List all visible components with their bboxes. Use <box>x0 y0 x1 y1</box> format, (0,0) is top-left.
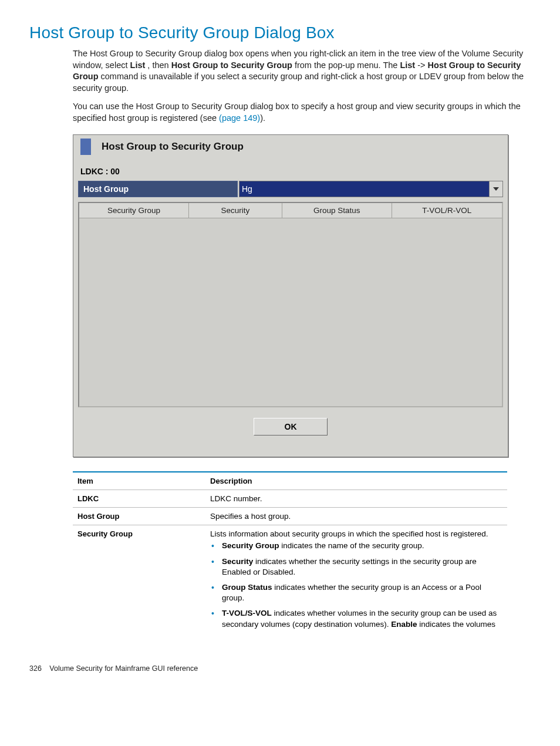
desc-item-securitygroup: Security Group <box>73 525 205 639</box>
list-item: Security indicates whether the security … <box>220 556 502 578</box>
host-group-select[interactable]: Hg <box>239 181 503 197</box>
bullet-term: T-VOL/S-VOL <box>222 609 272 617</box>
host-group-select-button[interactable] <box>489 181 502 197</box>
host-group-label: Host Group <box>78 181 238 197</box>
desc-item-hostgroup: Host Group <box>73 508 205 525</box>
bullet-term: Enable <box>391 620 417 629</box>
bullet-term: Security Group <box>222 541 279 550</box>
p1-bold-list2: List <box>400 60 415 70</box>
p2-text: ). <box>260 113 265 123</box>
page-ref-link[interactable]: (page 149) <box>219 113 260 123</box>
desc-text-ldkc: LDKC number. <box>205 490 507 508</box>
p1-bold-list: List <box>130 60 146 70</box>
page-title: Host Group to Security Group Dialog Box <box>29 23 531 42</box>
bullet-text: indicates the name of the security group… <box>279 541 424 550</box>
bullet-term: Group Status <box>222 583 272 592</box>
desc-item-ldkc: LDKC <box>73 490 205 508</box>
description-table: Item Description LDKC LDKC number. Host … <box>73 471 507 639</box>
desc-header-item: Item <box>73 472 205 490</box>
chevron-down-icon <box>493 187 499 191</box>
desc-sg-bullets: Security Group indicates the name of the… <box>210 541 502 630</box>
intro-paragraph-1: The Host Group to Security Group dialog … <box>73 48 531 94</box>
desc-text-securitygroup: Lists information about security groups … <box>205 525 507 639</box>
host-group-row: Host Group Hg <box>78 181 503 197</box>
bullet-text: indicates the volumes <box>417 620 495 629</box>
host-group-select-value: Hg <box>239 181 489 197</box>
col-security: Security <box>189 203 282 218</box>
dialog-title-icon <box>80 139 91 155</box>
col-group-status: Group Status <box>282 203 392 218</box>
desc-sg-intro: Lists information about security groups … <box>210 529 488 538</box>
dialog-button-row: OK <box>73 413 508 457</box>
desc-header-row: Item Description <box>73 472 507 490</box>
p1-text: -> <box>415 60 427 70</box>
desc-text-hostgroup: Specifies a host group. <box>205 508 507 525</box>
col-security-group: Security Group <box>79 203 189 218</box>
page-footer: 326 Volume Security for Mainframe GUI re… <box>29 664 531 673</box>
footer-text: Volume Security for Mainframe GUI refere… <box>49 664 198 673</box>
list-item: T-VOL/S-VOL indicates whether volumes in… <box>220 608 502 629</box>
p1-text: command is unavailable if you select a s… <box>73 72 524 93</box>
ok-button[interactable]: OK <box>254 418 328 436</box>
security-group-table: Security Group Security Group Status T-V… <box>78 202 503 407</box>
dialog-screenshot: Host Group to Security Group LDKC : 00 H… <box>73 134 508 457</box>
bullet-text: indicates whether the security settings … <box>222 557 477 576</box>
p1-text: , then <box>145 60 171 70</box>
dialog-title: Host Group to Security Group <box>102 141 244 153</box>
intro-paragraph-2: You can use the Host Group to Security G… <box>73 101 531 124</box>
list-item: Group Status indicates whether the secur… <box>220 582 502 603</box>
table-header-row: Security Group Security Group Status T-V… <box>79 203 502 218</box>
table-row: LDKC LDKC number. <box>73 490 507 508</box>
p2-text: You can use the Host Group to Security G… <box>73 102 521 123</box>
p1-bold-cmd: Host Group to Security Group <box>171 60 292 70</box>
page-number: 326 <box>29 664 42 673</box>
p1-text: from the pop-up menu. The <box>292 60 400 70</box>
table-row: Security Group Lists information about s… <box>73 525 507 639</box>
ldkc-label: LDKC : 00 <box>73 157 508 178</box>
table-row: Host Group Specifies a host group. <box>73 508 507 525</box>
dialog-titlebar: Host Group to Security Group <box>73 135 508 157</box>
list-item: Security Group indicates the name of the… <box>220 541 502 551</box>
col-tvol-rvol: T-VOL/R-VOL <box>392 203 502 218</box>
desc-header-description: Description <box>205 472 507 490</box>
bullet-term: Security <box>222 557 253 566</box>
